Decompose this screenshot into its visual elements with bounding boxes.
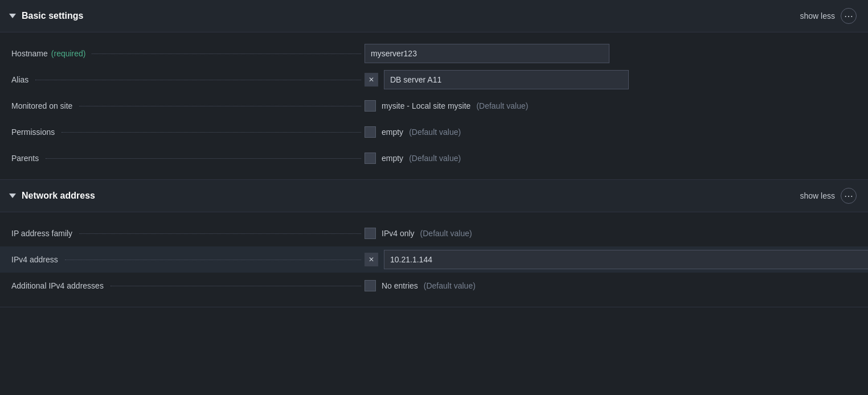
hostname-control: [365, 44, 857, 63]
ip-address-family-dots: [79, 233, 361, 234]
alias-label-area: Alias: [11, 75, 365, 84]
parents-checkbox[interactable]: [365, 153, 376, 164]
monitored-on-site-label: Monitored on site: [11, 101, 72, 110]
additional-ipv4-value: No entries: [382, 281, 418, 290]
parents-label: Parents: [11, 154, 39, 163]
monitored-on-site-row: Monitored on site mysite - Local site my…: [11, 93, 857, 119]
network-address-more-button[interactable]: ⋯: [841, 188, 857, 204]
ipv4-address-clear-button[interactable]: ✕: [365, 253, 378, 266]
network-address-header-right: show less ⋯: [800, 188, 857, 204]
permissions-value: empty: [382, 127, 403, 137]
permissions-dots: [62, 132, 361, 133]
ip-address-family-label-area: IP address family: [11, 229, 365, 238]
collapse-icon[interactable]: [9, 14, 16, 18]
ip-address-family-checkbox[interactable]: [365, 228, 376, 239]
permissions-checkbox[interactable]: [365, 126, 376, 138]
basic-settings-header-left: Basic settings: [9, 11, 83, 21]
ipv4-address-input[interactable]: [384, 250, 868, 269]
parents-value: empty: [382, 154, 403, 163]
network-address-header: Network address show less ⋯: [0, 180, 868, 212]
alias-input[interactable]: [384, 70, 629, 89]
ipv4-address-dots: [65, 260, 361, 260]
additional-ipv4-label-area: Additional IPv4 addresses: [11, 281, 365, 290]
hostname-dots: [92, 54, 361, 54]
alias-dots: [35, 80, 361, 80]
hostname-row: Hostname (required): [11, 40, 857, 67]
network-address-section: Network address show less ⋯ IP address f…: [0, 180, 868, 307]
hostname-label: Hostname: [11, 49, 48, 58]
basic-settings-section: Basic settings show less ⋯ Hostname (req…: [0, 0, 868, 180]
monitored-on-site-label-area: Monitored on site: [11, 101, 365, 110]
additional-ipv4-checkbox[interactable]: [365, 280, 376, 291]
alias-control: ✕: [365, 70, 857, 89]
parents-row: Parents empty (Default value): [11, 145, 857, 171]
hostname-label-area: Hostname (required): [11, 49, 365, 58]
parents-dots: [46, 158, 361, 159]
monitored-on-site-control: mysite - Local site mysite (Default valu…: [365, 100, 857, 112]
alias-clear-button[interactable]: ✕: [365, 73, 378, 87]
basic-settings-body: Hostname (required) Alias ✕ Monitored on…: [0, 32, 868, 179]
network-address-title: Network address: [22, 191, 95, 201]
alias-row: Alias ✕: [11, 67, 857, 93]
monitored-on-site-dots: [79, 106, 361, 106]
monitored-on-site-value: mysite - Local site mysite: [382, 101, 470, 110]
permissions-label: Permissions: [11, 127, 55, 137]
ip-address-family-label: IP address family: [11, 229, 72, 238]
additional-ipv4-dots: [110, 286, 361, 286]
ipv4-address-row: IPv4 address ✕: [0, 246, 868, 273]
additional-ipv4-default: (Default value): [424, 281, 476, 290]
network-collapse-icon[interactable]: [9, 194, 16, 198]
ip-address-family-value: IPv4 only: [382, 229, 415, 238]
basic-settings-header: Basic settings show less ⋯: [0, 0, 868, 32]
ip-address-family-row: IP address family IPv4 only (Default val…: [11, 220, 857, 246]
parents-label-area: Parents: [11, 154, 365, 163]
basic-settings-title: Basic settings: [22, 11, 83, 21]
basic-settings-more-button[interactable]: ⋯: [841, 8, 857, 24]
ipv4-address-label: IPv4 address: [11, 255, 58, 264]
hostname-input[interactable]: [365, 44, 609, 63]
monitored-on-site-default: (Default value): [476, 101, 528, 110]
ipv4-address-label-area: IPv4 address: [11, 255, 365, 264]
permissions-row: Permissions empty (Default value): [11, 119, 857, 145]
basic-settings-show-less[interactable]: show less: [800, 11, 835, 20]
additional-ipv4-control: No entries (Default value): [365, 280, 857, 291]
permissions-default: (Default value): [409, 127, 461, 137]
permissions-control: empty (Default value): [365, 126, 857, 138]
permissions-label-area: Permissions: [11, 127, 365, 137]
network-address-body: IP address family IPv4 only (Default val…: [0, 212, 868, 307]
ip-address-family-default: (Default value): [420, 229, 472, 238]
hostname-required: (required): [51, 49, 86, 58]
alias-label: Alias: [11, 75, 28, 84]
basic-settings-header-right: show less ⋯: [800, 8, 857, 24]
parents-default: (Default value): [409, 154, 461, 163]
monitored-on-site-checkbox[interactable]: [365, 100, 376, 112]
ip-address-family-control: IPv4 only (Default value): [365, 228, 857, 239]
network-address-header-left: Network address: [9, 191, 95, 201]
additional-ipv4-label: Additional IPv4 addresses: [11, 281, 104, 290]
additional-ipv4-row: Additional IPv4 addresses No entries (De…: [11, 273, 857, 299]
ipv4-address-control: ✕: [365, 250, 868, 269]
parents-control: empty (Default value): [365, 153, 857, 164]
network-address-show-less[interactable]: show less: [800, 191, 835, 200]
